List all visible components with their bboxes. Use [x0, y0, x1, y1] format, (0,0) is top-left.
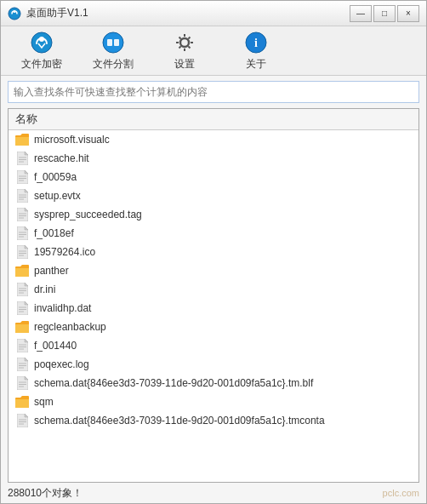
svg-point-0 [9, 8, 20, 20]
file-item-name: dr.ini [34, 284, 55, 295]
close-button[interactable]: × [397, 5, 419, 22]
minimize-button[interactable]: — [350, 5, 372, 22]
list-item[interactable]: sysprep_succeeded.tag [9, 205, 418, 224]
svg-line-12 [179, 37, 181, 38]
file-item-name: invalidhp.dat [34, 302, 91, 314]
file-item-name: f_00059a [34, 171, 77, 183]
list-item[interactable]: microsoft.visualc [9, 130, 418, 149]
app-icon [8, 7, 21, 20]
status-text: 288010个对象！ [8, 486, 83, 501]
list-item[interactable]: schema.dat{846ee3d3-7039-11de-9d20-001d0… [9, 374, 418, 392]
list-item[interactable]: rescache.hit [9, 149, 418, 168]
search-area [1, 76, 426, 108]
svg-line-13 [188, 46, 190, 48]
name-column-header: 名称 [15, 112, 37, 127]
status-bar: 288010个对象！ pclc.com [1, 483, 426, 503]
file-icon [15, 414, 29, 427]
file-icon [15, 358, 29, 371]
settings-label: 设置 [174, 57, 195, 72]
list-item[interactable]: dr.ini [9, 280, 418, 299]
main-window: 桌面助手V1.1 — □ × 文件加密 [0, 0, 427, 504]
file-list-body[interactable]: microsoft.visualc rescache.hit f_00059a … [9, 130, 418, 482]
folder-icon [15, 133, 29, 146]
list-item[interactable]: f_00059a [9, 168, 418, 186]
list-item[interactable]: panther [9, 261, 418, 280]
file-item-name: sysprep_succeeded.tag [34, 209, 142, 220]
split-button[interactable]: 文件分割 [79, 30, 147, 72]
encrypt-button[interactable]: 文件加密 [8, 30, 76, 72]
file-item-name: schema.dat{846ee3d3-7039-11de-9d20-001d0… [34, 415, 325, 427]
svg-line-14 [188, 37, 190, 38]
search-input[interactable] [8, 81, 419, 103]
window-controls: — □ × [350, 5, 419, 22]
about-button[interactable]: i 关于 [222, 30, 290, 72]
svg-rect-5 [107, 39, 112, 46]
file-item-name: panther [34, 265, 69, 277]
about-label: 关于 [246, 57, 266, 72]
list-item[interactable]: schema.dat{846ee3d3-7039-11de-9d20-001d0… [9, 411, 418, 430]
settings-button[interactable]: 设置 [151, 30, 219, 72]
list-item[interactable]: setup.evtx [9, 186, 418, 205]
file-icon [15, 376, 29, 390]
svg-line-15 [179, 46, 181, 48]
file-item-name: f_0018ef [34, 227, 74, 239]
file-icon [15, 301, 29, 315]
settings-icon [173, 31, 196, 54]
file-icon [15, 339, 29, 352]
list-item[interactable]: f_0018ef [9, 224, 418, 243]
svg-point-7 [180, 38, 189, 47]
file-icon [15, 245, 29, 259]
file-icon [15, 189, 29, 203]
file-item-name: f_001440 [34, 340, 77, 352]
title-bar: 桌面助手V1.1 — □ × [1, 1, 426, 26]
list-item[interactable]: sqm [9, 392, 418, 411]
file-item-name: sqm [34, 396, 54, 408]
encrypt-icon [30, 31, 54, 54]
file-item-name: setup.evtx [34, 190, 81, 202]
split-label: 文件分割 [93, 57, 134, 72]
list-item[interactable]: poqexec.log [9, 355, 418, 374]
watermark: pclc.com [383, 488, 419, 498]
window-title: 桌面助手V1.1 [26, 6, 350, 20]
folder-icon [15, 264, 29, 278]
encrypt-label: 文件加密 [21, 57, 62, 72]
file-item-name: 19579264.ico [34, 246, 95, 258]
file-item-name: rescache.hit [34, 152, 89, 164]
file-item-name: schema.dat{846ee3d3-7039-11de-9d20-001d0… [34, 377, 313, 389]
folder-icon [15, 395, 29, 409]
file-icon [15, 283, 29, 296]
toolbar: 文件加密 文件分割 [1, 26, 426, 76]
file-list-header: 名称 [9, 109, 418, 130]
file-icon [15, 152, 29, 165]
split-icon [101, 31, 125, 54]
svg-point-2 [31, 32, 52, 53]
list-item[interactable]: 19579264.ico [9, 243, 418, 261]
list-item[interactable]: invalidhp.dat [9, 299, 418, 318]
file-icon [15, 208, 29, 221]
list-item[interactable]: f_001440 [9, 336, 418, 355]
file-icon [15, 226, 29, 240]
folder-icon [15, 320, 29, 334]
restore-button[interactable]: □ [373, 5, 396, 22]
svg-text:i: i [254, 37, 258, 49]
file-list-container: 名称 microsoft.visualc rescache.hit f_0005… [8, 108, 419, 483]
file-item-name: poqexec.log [34, 358, 89, 370]
list-item[interactable]: regcleanbackup [9, 318, 418, 336]
svg-point-3 [39, 37, 44, 42]
svg-point-1 [14, 10, 16, 13]
file-item-name: microsoft.visualc [34, 134, 110, 146]
file-item-name: regcleanbackup [34, 321, 106, 333]
svg-rect-6 [114, 39, 119, 46]
about-icon: i [244, 31, 268, 54]
file-icon [15, 170, 29, 184]
